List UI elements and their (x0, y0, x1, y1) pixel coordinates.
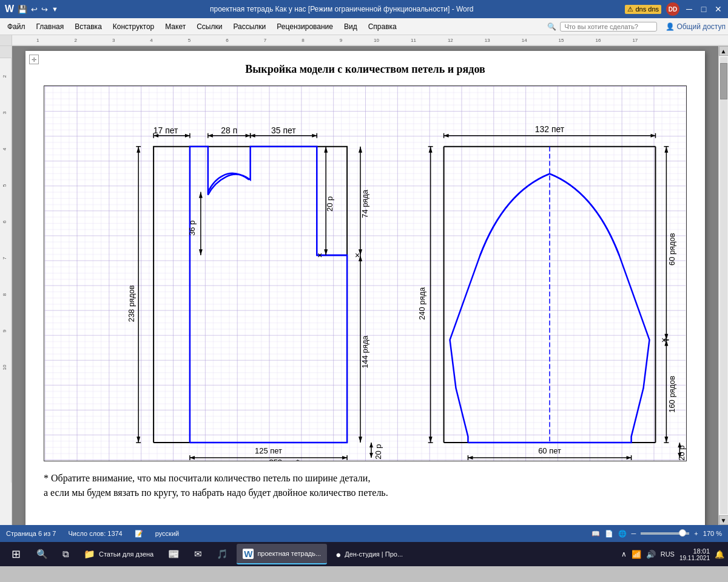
customize-icon[interactable]: ▼ (52, 5, 58, 13)
search-icon: 🔍 (547, 22, 556, 31)
menu-home[interactable]: Главная (32, 21, 69, 33)
svg-text:60 пет: 60 пет (538, 446, 561, 455)
web-view-icon[interactable]: 🌐 (618, 530, 627, 538)
taskview-icon: ⧉ (62, 549, 69, 560)
svg-text:20 р: 20 р (374, 444, 383, 459)
word-taskbar-btn[interactable]: W проектная тетрадь... (237, 544, 327, 564)
edit-icon: 📝 (135, 530, 143, 538)
footnote: * Обратите внимание, что мы посчитали ко… (44, 471, 687, 500)
mail-btn[interactable]: ✉ (188, 544, 208, 564)
svg-text:3: 3 (2, 111, 7, 114)
titlebar-right: ⚠ dns dns DD ─ □ ✕ (625, 2, 723, 16)
taskview-btn[interactable]: ⧉ (56, 544, 75, 564)
ribbon-search-input[interactable] (560, 22, 657, 32)
tray-up-icon[interactable]: ∧ (621, 550, 627, 558)
menu-review[interactable]: Рецензирование (272, 21, 338, 33)
document-page: ✛ Выкройка модели с количеством петель и… (25, 51, 705, 525)
taskbar-right: ∧ 📶 🔊 RUS 18:01 19.11.2021 🔔 (621, 547, 724, 561)
svg-text:17 пет: 17 пет (153, 125, 178, 135)
language: русский (155, 530, 179, 537)
mail-icon: ✉ (194, 549, 202, 560)
fileexplorer-btn[interactable]: 📁 Статьи для дзена (78, 544, 160, 564)
quick-redo-icon[interactable]: ↪ (41, 5, 48, 14)
folder-icon: 📁 (84, 549, 95, 560)
share-label[interactable]: Общий доступ (676, 22, 726, 31)
scroll-down-btn[interactable]: ▼ (719, 515, 729, 525)
footnote-line2: а если мы будем вязать по кругу, то набр… (44, 486, 687, 500)
quick-undo-icon[interactable]: ↩ (31, 5, 38, 14)
search-taskbar-btn[interactable]: 🔍 (30, 544, 54, 564)
svg-text:35 пет: 35 пет (271, 125, 296, 135)
menu-mailings[interactable]: Рассылки (228, 21, 271, 33)
menubar: Файл Главная Вставка Конструктор Макет С… (0, 18, 728, 35)
svg-text:4: 4 (2, 147, 7, 150)
music-btn[interactable]: 🎵 (211, 544, 234, 564)
scroll-track[interactable] (720, 57, 727, 514)
scroll-thumb[interactable] (720, 63, 727, 99)
zoom-bar[interactable] (641, 532, 689, 535)
svg-text:20 р: 20 р (677, 445, 686, 460)
zoom-minus-btn[interactable]: ─ (632, 530, 636, 537)
volume-icon[interactable]: 🔊 (646, 550, 656, 559)
clock[interactable]: 18:01 19.11.2021 (679, 547, 710, 561)
svg-text:160 рядов: 160 рядов (667, 376, 676, 413)
taskbar: ⊞ 🔍 ⧉ 📁 Статьи для дзена 📰 ✉ 🎵 W проектн… (0, 542, 728, 566)
svg-text:×: × (317, 250, 322, 260)
right-scrollbar[interactable]: ▲ ▼ (718, 46, 728, 525)
other-app1-icon: 📰 (168, 549, 180, 560)
close-btn[interactable]: ✕ (713, 4, 723, 14)
diagram-container: 17 пет 28 п 35 пет (44, 85, 687, 461)
svg-text:по кругу 250 пет*: по кругу 250 пет* (238, 458, 300, 461)
word-taskbar-icon: W (243, 549, 254, 559)
windows-icon: ⊞ (12, 547, 21, 561)
chrome-label: Ден-студия | Про... (345, 550, 403, 558)
svg-rect-12 (45, 86, 686, 461)
warning-badge: ⚠ dns dns (625, 5, 661, 14)
menu-view[interactable]: Вид (339, 21, 362, 33)
search-taskbar-icon: 🔍 (36, 549, 48, 560)
zoom-plus-btn[interactable]: + (694, 530, 698, 537)
network-icon[interactable]: 📶 (632, 550, 641, 559)
language-indicator[interactable]: RUS (661, 550, 675, 558)
start-button[interactable]: ⊞ (4, 542, 28, 566)
svg-text:28 п: 28 п (221, 125, 237, 135)
warning-text: dns dns (635, 5, 659, 13)
chrome-icon: ● (335, 549, 341, 560)
statusbar: Страница 6 из 7 Число слов: 1374 📝 русск… (0, 525, 728, 542)
menu-help[interactable]: Справка (363, 21, 402, 33)
svg-text:×: × (355, 250, 360, 260)
menu-layout[interactable]: Макет (160, 21, 190, 33)
svg-text:×: × (661, 335, 666, 345)
titlebar-left: W 💾 ↩ ↪ ▼ (5, 4, 58, 15)
menu-constructor[interactable]: Конструктор (108, 21, 159, 33)
notifications-icon[interactable]: 🔔 (715, 550, 724, 559)
left-ruler: 2 3 4 5 6 7 8 9 10 (0, 46, 12, 525)
chrome-btn[interactable]: ● Ден-студия | Про... (329, 544, 409, 564)
svg-text:144 ряда: 144 ряда (360, 335, 369, 369)
layout-view-icon[interactable]: 📄 (605, 530, 613, 538)
menu-file[interactable]: Файл (2, 21, 30, 33)
menu-insert[interactable]: Вставка (70, 21, 107, 33)
titlebar: W 💾 ↩ ↪ ▼ проектная тетрадь Как у нас [Р… (0, 0, 728, 18)
footnote-line1: * Обратите внимание, что мы посчитали ко… (44, 471, 687, 486)
minimize-btn[interactable]: ─ (684, 4, 694, 14)
svg-text:2: 2 (2, 75, 7, 78)
word-count: Число слов: 1374 (68, 530, 122, 537)
svg-text:10: 10 (2, 364, 7, 370)
restore-btn[interactable]: □ (699, 4, 709, 14)
svg-text:132 пет: 132 пет (535, 124, 565, 134)
svg-text:60 рядов: 60 рядов (667, 233, 676, 266)
scroll-up-btn[interactable]: ▲ (719, 46, 729, 56)
read-view-icon[interactable]: 📖 (592, 530, 600, 538)
svg-text:20 р: 20 р (325, 196, 334, 212)
svg-text:8: 8 (2, 293, 7, 296)
doc-area[interactable]: ✛ Выкройка модели с количеством петель и… (12, 46, 718, 525)
menu-references[interactable]: Ссылки (192, 21, 227, 33)
move-handle[interactable]: ✛ (29, 55, 39, 64)
other-app1-btn[interactable]: 📰 (162, 544, 186, 564)
word-taskbar-label: проектная тетрадь... (257, 550, 321, 557)
word-icon: W (5, 4, 14, 15)
statusbar-right: 📖 📄 🌐 ─ + 170 % (592, 530, 722, 538)
user-avatar[interactable]: DD (666, 2, 679, 16)
quick-save-icon[interactable]: 💾 (18, 5, 27, 14)
